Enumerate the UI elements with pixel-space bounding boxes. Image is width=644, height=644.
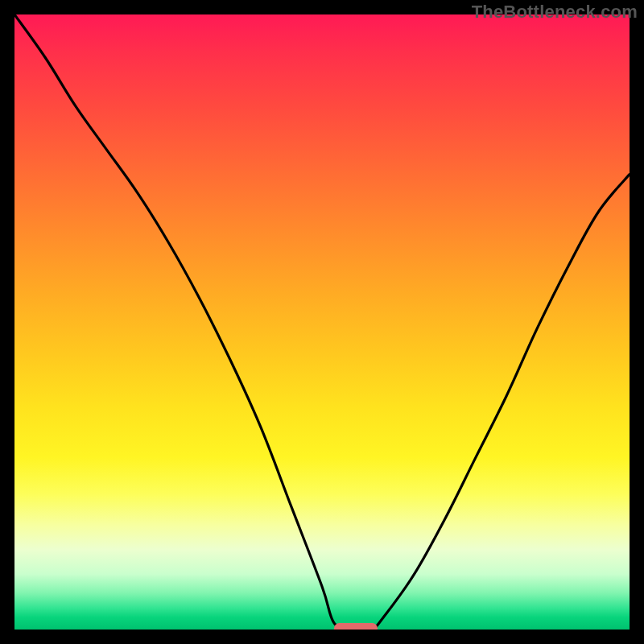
bottleneck-curve-path	[14, 14, 630, 630]
chart-frame: TheBottleneck.com	[0, 0, 644, 644]
plot-area	[14, 14, 630, 630]
optimal-range-marker	[334, 623, 377, 630]
watermark-text: TheBottleneck.com	[472, 2, 638, 23]
bottleneck-curve-svg	[14, 14, 630, 630]
